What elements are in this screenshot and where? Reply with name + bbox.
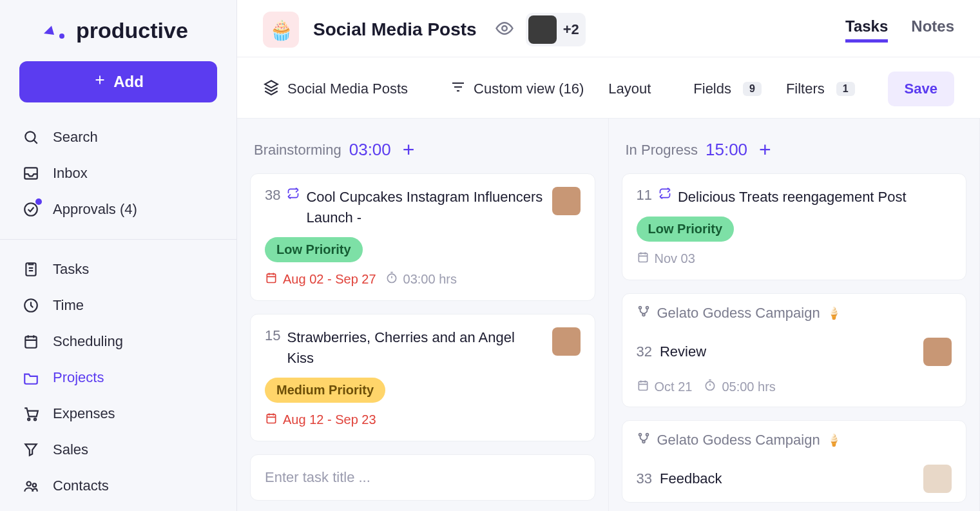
- task-group[interactable]: Gelato Godess Campaign 🍦 33 Feedback: [622, 420, 967, 503]
- sidebar-item-label: Sales: [53, 441, 88, 458]
- svg-point-22: [646, 434, 648, 436]
- calendar-icon: [265, 271, 278, 287]
- main: 🧁 Social Media Posts +2 Tasks Notes Soci…: [237, 0, 980, 511]
- nav-top-section: Search Inbox Approvals (4): [0, 115, 236, 231]
- visibility-icon[interactable]: [495, 19, 514, 41]
- time-icon: [22, 296, 40, 314]
- svg-rect-15: [639, 253, 647, 262]
- member-avatars[interactable]: +2: [526, 13, 586, 46]
- svg-point-8: [34, 418, 36, 420]
- svg-point-11: [502, 26, 507, 31]
- group-header: Gelato Godess Campaign 🍦: [622, 294, 966, 329]
- svg-point-21: [639, 434, 641, 436]
- view-label: Custom view (16): [474, 81, 584, 97]
- priority-badge: Low Priority: [637, 217, 735, 242]
- task-number: 33: [637, 470, 652, 487]
- svg-point-3: [24, 203, 37, 216]
- fields-count-badge: 9: [743, 82, 762, 96]
- add-task-button[interactable]: +: [403, 138, 415, 162]
- task-card[interactable]: 15 Strawberries, Cherries and an Angel K…: [250, 314, 595, 441]
- sales-icon: [22, 441, 40, 459]
- sidebar-item-scheduling[interactable]: Scheduling: [0, 323, 236, 360]
- task-group[interactable]: Gelato Godess Campaign 🍦 32 Review Oct 2…: [622, 293, 967, 407]
- column-name: In Progress: [626, 142, 698, 159]
- task-date: Aug 02 - Sep 27: [265, 271, 376, 287]
- nav-divider: [0, 239, 236, 240]
- board: Brainstorming 03:00 + 38 Cool Cupcakes I…: [237, 119, 980, 511]
- tab-tasks[interactable]: Tasks: [845, 17, 888, 43]
- sidebar-item-time[interactable]: Time: [0, 287, 236, 323]
- repeat-icon: [287, 187, 300, 202]
- task-card[interactable]: 38 Cool Cupcakes Instagram Influencers L…: [250, 173, 595, 301]
- task-title: Cool Cupcakes Instagram Influencers Laun…: [306, 187, 545, 228]
- header-tabs: Tasks Notes: [845, 17, 954, 43]
- sidebar-item-label: Expenses: [53, 405, 115, 422]
- calendar-icon: [265, 412, 278, 428]
- new-task-input[interactable]: Enter task title ...: [250, 454, 595, 501]
- task-hours: 03:00 hrs: [385, 271, 457, 287]
- project-selector[interactable]: Social Media Posts: [263, 79, 426, 99]
- sidebar-item-label: Contacts: [53, 477, 109, 494]
- column-in-progress: In Progress 15:00 + 11 Delicious Treats …: [609, 119, 981, 511]
- assignee-avatar: [552, 187, 581, 215]
- svg-point-17: [646, 307, 648, 309]
- sidebar-item-approvals[interactable]: Approvals (4): [0, 191, 236, 227]
- toolbar: Social Media Posts Custom view (16) Layo…: [237, 57, 980, 119]
- svg-point-7: [28, 418, 30, 420]
- inbox-icon: [22, 164, 40, 182]
- tasks-icon: [22, 260, 40, 278]
- logo-mark-icon: [43, 21, 68, 41]
- task-hours: 05:00 hrs: [704, 379, 775, 395]
- icecream-icon: 🍦: [827, 433, 841, 447]
- search-icon: [22, 128, 40, 146]
- logo-text: productive: [76, 18, 188, 43]
- task-number: 11: [637, 187, 652, 204]
- sidebar-item-projects[interactable]: Projects: [0, 360, 236, 396]
- save-button[interactable]: Save: [888, 72, 954, 106]
- contacts-icon: [22, 477, 40, 495]
- task-title: Strawberries, Cherries and an Angel Kiss: [287, 327, 545, 369]
- header: 🧁 Social Media Posts +2 Tasks Notes: [237, 0, 980, 57]
- svg-rect-14: [267, 414, 275, 423]
- chevron-down-icon: [416, 81, 426, 97]
- sidebar-item-label: Inbox: [53, 165, 88, 182]
- view-selector[interactable]: Custom view (16): [450, 79, 584, 99]
- projects-icon: [22, 369, 40, 387]
- svg-point-0: [59, 34, 64, 39]
- layout-selector[interactable]: Layout: [608, 81, 669, 97]
- filter-lines-icon: [450, 79, 466, 99]
- layers-icon: [263, 79, 280, 99]
- add-task-button[interactable]: +: [759, 138, 771, 162]
- filters-label: Filters: [786, 81, 825, 97]
- tab-notes[interactable]: Notes: [911, 17, 954, 43]
- sidebar-item-expenses[interactable]: Expenses: [0, 396, 236, 432]
- filters-selector[interactable]: Filters 1: [786, 81, 855, 97]
- fields-label: Fields: [693, 81, 731, 97]
- task-number: 15: [265, 327, 280, 344]
- fields-selector[interactable]: Fields 9: [693, 81, 762, 97]
- project-selector-label: Social Media Posts: [287, 81, 408, 97]
- task-date: Nov 03: [637, 251, 695, 267]
- sidebar-item-search[interactable]: Search: [0, 119, 236, 155]
- group-header: Gelato Godess Campaign 🍦: [622, 421, 966, 456]
- add-button[interactable]: Add: [19, 61, 217, 102]
- svg-point-16: [639, 307, 641, 309]
- sidebar-item-label: Projects: [53, 369, 104, 386]
- layout-label: Layout: [608, 81, 651, 97]
- task-title: Delicious Treats reengagement Post: [678, 187, 952, 207]
- column-brainstorming: Brainstorming 03:00 + 38 Cool Cupcakes I…: [237, 119, 609, 511]
- sidebar-item-inbox[interactable]: Inbox: [0, 155, 236, 191]
- avatar-more-count: +2: [563, 21, 579, 38]
- icecream-icon: 🍦: [827, 306, 841, 320]
- approvals-icon: [22, 200, 40, 218]
- sidebar-item-contacts[interactable]: Contacts: [0, 468, 236, 504]
- scheduling-icon: [22, 333, 40, 351]
- expenses-icon: [22, 405, 40, 423]
- svg-rect-19: [639, 381, 647, 390]
- sidebar-item-tasks[interactable]: Tasks: [0, 251, 236, 287]
- sidebar: productive Add Search Inbox Approvals (4…: [0, 0, 237, 511]
- task-card[interactable]: 11 Delicious Treats reengagement Post Lo…: [622, 173, 967, 280]
- sidebar-item-label: Time: [53, 297, 84, 314]
- sidebar-item-sales[interactable]: Sales: [0, 432, 236, 468]
- project-title: Social Media Posts: [313, 19, 477, 40]
